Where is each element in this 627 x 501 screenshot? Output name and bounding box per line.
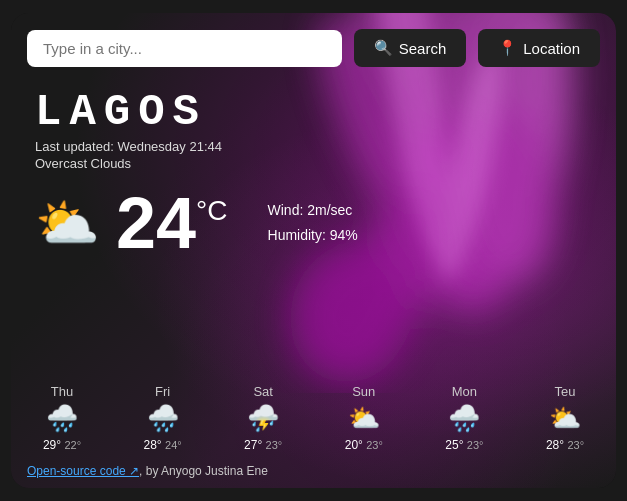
search-icon: 🔍 — [374, 39, 393, 57]
forecast-lo: 23° — [467, 439, 484, 451]
forecast-row: Thu 🌧️ 29° 22° Fri 🌧️ 28° 24° Sat ⛈️ 27°… — [11, 374, 616, 460]
forecast-hi: 27° — [244, 438, 262, 452]
top-bar: 🔍 Search 📍 Location — [11, 13, 616, 77]
temperature-value: 24 — [116, 187, 196, 259]
forecast-icon: 🌧️ — [147, 403, 179, 434]
forecast-icon: 🌧️ — [46, 403, 78, 434]
wind-info: Wind: 2m/sec — [268, 198, 358, 223]
temperature-unit: °C — [196, 195, 227, 227]
forecast-hi: 28° — [546, 438, 564, 452]
day-label: Sun — [352, 384, 375, 399]
forecast-hi: 25° — [445, 438, 463, 452]
forecast-day: Sun ⛅ 20° 23° — [329, 384, 399, 452]
forecast-temps: 29° 22° — [43, 438, 81, 452]
forecast-icon: ⛈️ — [247, 403, 279, 434]
forecast-hi: 20° — [345, 438, 363, 452]
forecast-lo: 23° — [567, 439, 584, 451]
location-button-label: Location — [523, 40, 580, 57]
forecast-day: Teu ⛅ 28° 23° — [530, 384, 600, 452]
weather-main: LAGOS Last updated: Wednesday 21:44 Over… — [11, 77, 616, 366]
forecast-hi: 29° — [43, 438, 61, 452]
temperature-row: ⛅ 24 °C Wind: 2m/sec Humidity: 94% — [35, 187, 592, 259]
forecast-day: Sat ⛈️ 27° 23° — [228, 384, 298, 452]
forecast-temps: 25° 23° — [445, 438, 483, 452]
forecast-day: Fri 🌧️ 28° 24° — [128, 384, 198, 452]
location-icon: 📍 — [498, 39, 517, 57]
forecast-temps: 20° 23° — [345, 438, 383, 452]
forecast-day: Mon 🌧️ 25° 23° — [429, 384, 499, 452]
forecast-lo: 22° — [64, 439, 81, 451]
attribution-text: , by Anyogo Justina Ene — [139, 464, 268, 478]
humidity-info: Humidity: 94% — [268, 223, 358, 248]
day-label: Mon — [452, 384, 477, 399]
day-label: Fri — [155, 384, 170, 399]
forecast-lo: 24° — [165, 439, 182, 451]
city-search-input[interactable] — [27, 30, 342, 67]
forecast-icon: 🌧️ — [448, 403, 480, 434]
forecast-temps: 28° 24° — [144, 438, 182, 452]
forecast-lo: 23° — [266, 439, 283, 451]
footer: Open-source code ↗, by Anyogo Justina En… — [11, 460, 616, 488]
search-button-label: Search — [399, 40, 447, 57]
wind-humidity-info: Wind: 2m/sec Humidity: 94% — [268, 198, 358, 248]
day-label: Sat — [253, 384, 273, 399]
city-name: LAGOS — [35, 87, 592, 137]
forecast-lo: 23° — [366, 439, 383, 451]
day-label: Teu — [554, 384, 575, 399]
day-label: Thu — [51, 384, 73, 399]
forecast-hi: 28° — [144, 438, 162, 452]
last-updated: Last updated: Wednesday 21:44 — [35, 139, 592, 154]
search-button[interactable]: 🔍 Search — [354, 29, 467, 67]
open-source-link[interactable]: Open-source code ↗ — [27, 464, 139, 478]
forecast-temps: 28° 23° — [546, 438, 584, 452]
weather-description: Overcast Clouds — [35, 156, 592, 171]
forecast-temps: 27° 23° — [244, 438, 282, 452]
app-container: 🔍 Search 📍 Location LAGOS Last updated: … — [11, 13, 616, 488]
forecast-icon: ⛅ — [348, 403, 380, 434]
forecast-icon: ⛅ — [549, 403, 581, 434]
current-weather-icon: ⛅ — [35, 193, 100, 254]
location-button[interactable]: 📍 Location — [478, 29, 600, 67]
forecast-day: Thu 🌧️ 29° 22° — [27, 384, 97, 452]
